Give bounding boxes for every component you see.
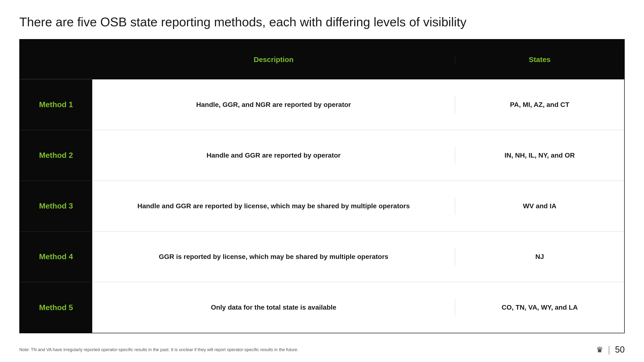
footer-note: Note: TN and VA have irregularly reporte… bbox=[19, 347, 298, 352]
page-number: 50 bbox=[615, 345, 625, 355]
main-table: Method 1 Method 2 Method 3 Method 4 Meth… bbox=[19, 39, 625, 333]
states-1: PA, MI, AZ, and CT bbox=[455, 96, 624, 113]
method-row-2: Method 2 bbox=[20, 130, 92, 181]
method-1-label: Method 1 bbox=[39, 100, 73, 109]
table-row: Handle and GGR are reported by license, … bbox=[92, 181, 624, 231]
table-header: Description States bbox=[92, 39, 624, 79]
states-4: NJ bbox=[455, 248, 624, 266]
content-column: Description States Handle, GGR, and NGR … bbox=[92, 39, 624, 333]
method-row-4: Method 4 bbox=[20, 231, 92, 282]
footer-divider: | bbox=[608, 345, 610, 355]
method-row-1: Method 1 bbox=[20, 79, 92, 130]
logo-icon: ♛ bbox=[596, 345, 603, 354]
states-2: IN, NH, IL, NY, and OR bbox=[455, 147, 624, 164]
table-row: Handle, GGR, and NGR are reported by ope… bbox=[92, 79, 624, 130]
page-title: There are five OSB state reporting metho… bbox=[0, 0, 644, 39]
footer: Note: TN and VA have irregularly reporte… bbox=[19, 345, 625, 355]
method-header-empty bbox=[20, 39, 92, 79]
description-header: Description bbox=[92, 55, 455, 64]
method-3-label: Method 3 bbox=[39, 202, 73, 210]
method-row-5: Method 5 bbox=[20, 282, 92, 333]
description-5: Only data for the total state is availab… bbox=[92, 299, 455, 316]
table-row: Handle and GGR are reported by operator … bbox=[92, 130, 624, 181]
table-row: GGR is reported by license, which may be… bbox=[92, 231, 624, 282]
states-3: WV and IA bbox=[455, 197, 624, 215]
footer-right: ♛ | 50 bbox=[596, 345, 625, 355]
states-5: CO, TN, VA, WY, and LA bbox=[455, 299, 624, 316]
method-4-label: Method 4 bbox=[39, 252, 73, 261]
description-1: Handle, GGR, and NGR are reported by ope… bbox=[92, 96, 455, 113]
description-4: GGR is reported by license, which may be… bbox=[92, 248, 455, 266]
description-3: Handle and GGR are reported by license, … bbox=[92, 197, 455, 215]
description-2: Handle and GGR are reported by operator bbox=[92, 147, 455, 164]
method-2-label: Method 2 bbox=[39, 151, 73, 160]
method-5-label: Method 5 bbox=[39, 303, 73, 312]
table-row: Only data for the total state is availab… bbox=[92, 282, 624, 333]
method-column: Method 1 Method 2 Method 3 Method 4 Meth… bbox=[20, 39, 92, 333]
states-header: States bbox=[455, 55, 624, 64]
method-row-3: Method 3 bbox=[20, 181, 92, 231]
